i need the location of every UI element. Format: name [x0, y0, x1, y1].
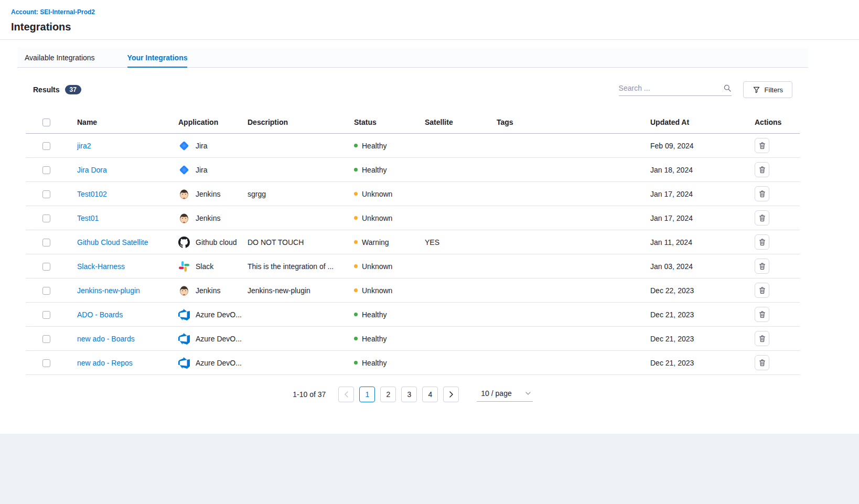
- row-checkbox[interactable]: [42, 166, 50, 174]
- application-label: Jenkins: [196, 214, 220, 222]
- trash-icon: [758, 286, 766, 294]
- integration-name-link[interactable]: Slack-Harness: [77, 262, 125, 271]
- trash-icon: [758, 238, 766, 246]
- delete-button[interactable]: [755, 307, 769, 322]
- chevron-left-icon: [344, 391, 349, 398]
- application-label: Azure DevO...: [196, 359, 242, 367]
- page-size-select[interactable]: 10 / page: [477, 387, 532, 402]
- table-row: Github Cloud Satellite Github cloud DO N…: [26, 230, 800, 254]
- search-icon: [723, 84, 732, 92]
- row-checkbox[interactable]: [42, 239, 50, 246]
- delete-button[interactable]: [755, 283, 769, 298]
- row-checkbox[interactable]: [42, 215, 50, 222]
- search-input[interactable]: [619, 84, 723, 92]
- trash-icon: [758, 335, 766, 342]
- updated-at-value: Jan 11, 2024: [650, 238, 755, 246]
- pagination-page-3[interactable]: 3: [401, 387, 417, 402]
- tab-your-integrations[interactable]: Your Integrations: [127, 48, 188, 68]
- delete-button[interactable]: [755, 162, 769, 177]
- updated-at-value: Jan 17, 2024: [650, 190, 755, 198]
- account-breadcrumb-link[interactable]: Account: SEI-Internal-Prod2: [11, 8, 95, 16]
- status-label: Warning: [362, 238, 389, 246]
- application-label: Azure DevO...: [196, 335, 242, 343]
- integration-name-link[interactable]: new ado - Repos: [77, 359, 133, 367]
- trash-icon: [758, 359, 766, 367]
- table-row: new ado - Repos Azure DevO... Healthy De…: [26, 351, 800, 375]
- page-header: Account: SEI-Internal-Prod2 Integrations: [0, 0, 859, 40]
- row-checkbox[interactable]: [42, 311, 50, 319]
- table-row: Jenkins-new-plugin Jenkins Jenkins-new-p…: [26, 278, 800, 303]
- updated-at-value: Jan 03, 2024: [650, 262, 755, 271]
- pagination-range-label: 1-10 of 37: [293, 390, 326, 399]
- delete-button[interactable]: [755, 259, 769, 274]
- status-dot: [354, 264, 358, 268]
- integration-name-link[interactable]: ADO - Boards: [77, 310, 123, 319]
- status-dot: [354, 337, 358, 340]
- delete-button[interactable]: [755, 210, 769, 226]
- application-label: Slack: [196, 262, 213, 271]
- tab-available-integrations[interactable]: Available Integrations: [25, 48, 95, 68]
- integration-name-link[interactable]: jira2: [77, 142, 91, 150]
- column-header-actions: Actions: [755, 118, 800, 126]
- delete-button[interactable]: [755, 234, 769, 250]
- status-label: Healthy: [362, 359, 386, 367]
- delete-button[interactable]: [755, 138, 769, 153]
- azure-devops-icon: [178, 309, 190, 320]
- integration-name-link[interactable]: Jenkins-new-plugin: [77, 286, 140, 295]
- column-header-name: Name: [77, 118, 178, 126]
- delete-button[interactable]: [755, 186, 769, 201]
- pagination: 1-10 of 37 1 2 3 4 10 / page: [26, 375, 800, 411]
- chevron-right-icon: [449, 391, 454, 398]
- table-row: ADO - Boards Azure DevO... Healthy Dec 2…: [26, 303, 800, 327]
- updated-at-value: Jan 18, 2024: [650, 166, 755, 174]
- row-checkbox[interactable]: [42, 263, 50, 271]
- integrations-table: Name Application Description Status Sate…: [26, 111, 800, 375]
- status-dot: [354, 192, 358, 196]
- trash-icon: [758, 142, 766, 149]
- table-header-row: Name Application Description Status Sate…: [26, 111, 800, 134]
- trash-icon: [758, 166, 766, 174]
- status-label: Unknown: [362, 262, 392, 271]
- pagination-page-1[interactable]: 1: [359, 387, 375, 402]
- select-all-checkbox[interactable]: [42, 119, 50, 126]
- tab-bar: Available Integrations Your Integrations: [17, 48, 808, 68]
- filter-funnel-icon: [753, 86, 760, 94]
- jira-icon: [178, 164, 190, 176]
- trash-icon: [758, 310, 766, 318]
- row-checkbox[interactable]: [42, 359, 50, 367]
- page-size-value: 10 / page: [481, 389, 511, 398]
- updated-at-value: Dec 22, 2023: [650, 286, 755, 295]
- column-header-tags: Tags: [497, 118, 650, 126]
- integration-name-link[interactable]: Test0102: [77, 190, 107, 198]
- integration-name-link[interactable]: Test01: [77, 214, 99, 222]
- delete-button[interactable]: [755, 355, 769, 370]
- github-icon: [178, 237, 190, 248]
- delete-button[interactable]: [755, 331, 769, 346]
- row-checkbox[interactable]: [42, 335, 50, 343]
- pagination-page-4[interactable]: 4: [422, 387, 438, 402]
- slack-icon: [178, 261, 190, 272]
- description-text: Jenkins-new-plugin: [248, 286, 354, 295]
- jira-icon: [178, 140, 190, 152]
- integration-name-link[interactable]: Jira Dora: [77, 166, 107, 174]
- pagination-prev-button[interactable]: [338, 387, 354, 402]
- updated-at-value: Feb 09, 2024: [650, 142, 755, 150]
- status-dot: [354, 288, 358, 292]
- search-box: [619, 84, 732, 96]
- column-header-application: Application: [178, 118, 248, 126]
- pagination-next-button[interactable]: [443, 387, 459, 402]
- row-checkbox[interactable]: [42, 287, 50, 295]
- status-dot: [354, 240, 358, 244]
- description-text: DO NOT TOUCH: [248, 238, 354, 246]
- integration-name-link[interactable]: new ado - Boards: [77, 335, 135, 343]
- pagination-page-2[interactable]: 2: [380, 387, 396, 402]
- updated-at-value: Dec 21, 2023: [650, 310, 755, 319]
- page-title: Integrations: [11, 21, 848, 33]
- filters-button[interactable]: Filters: [743, 81, 792, 98]
- column-header-satellite: Satellite: [425, 118, 497, 126]
- trash-icon: [758, 190, 766, 198]
- application-label: Jenkins: [196, 286, 220, 295]
- row-checkbox[interactable]: [42, 142, 50, 150]
- row-checkbox[interactable]: [42, 190, 50, 198]
- integration-name-link[interactable]: Github Cloud Satellite: [77, 238, 148, 246]
